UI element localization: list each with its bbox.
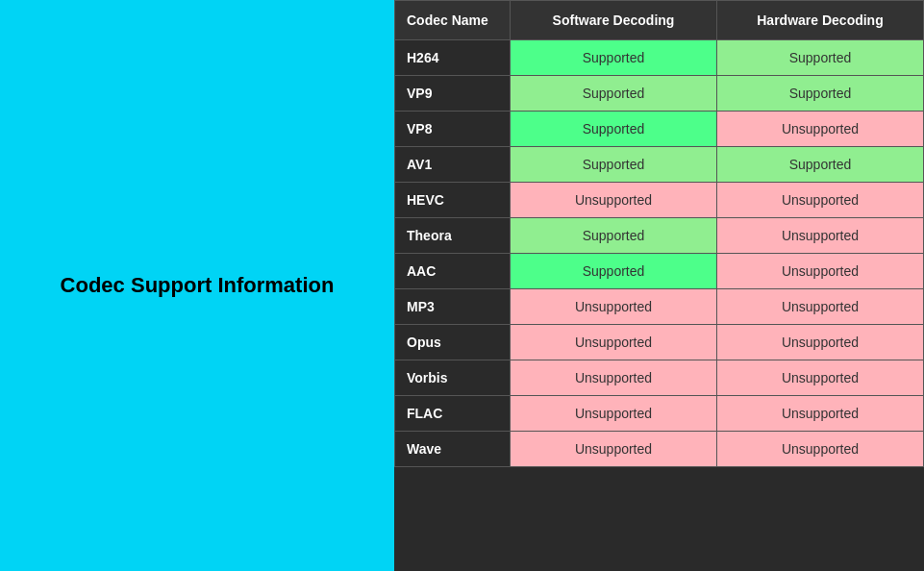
hardware-decoding-cell: Unsupported — [717, 325, 924, 360]
codec-name-cell: FLAC — [395, 396, 511, 432]
codec-info-title: Codec Support Information — [61, 273, 335, 298]
table-row: WaveUnsupportedUnsupported — [395, 432, 924, 467]
header-hardware-decoding: Hardware Decoding — [717, 1, 924, 40]
hardware-decoding-cell: Supported — [717, 147, 924, 183]
hardware-decoding-cell: Unsupported — [717, 112, 924, 147]
software-decoding-cell: Unsupported — [511, 360, 717, 396]
hardware-decoding-cell: Unsupported — [717, 432, 924, 467]
table-row: OpusUnsupportedUnsupported — [395, 325, 924, 360]
software-decoding-cell: Unsupported — [511, 396, 717, 432]
software-decoding-cell: Supported — [511, 40, 717, 76]
table-row: AV1SupportedSupported — [395, 147, 924, 183]
hardware-decoding-cell: Unsupported — [717, 396, 924, 432]
header-software-decoding: Software Decoding — [511, 1, 717, 40]
hardware-decoding-cell: Unsupported — [717, 254, 924, 289]
left-panel: Codec Support Information — [0, 0, 394, 571]
codec-name-cell: AV1 — [395, 147, 511, 183]
codec-name-cell: VP8 — [395, 112, 511, 147]
codec-name-cell: H264 — [395, 40, 511, 76]
table-row: VorbisUnsupportedUnsupported — [395, 360, 924, 396]
software-decoding-cell: Unsupported — [511, 432, 717, 467]
header-codec-name: Codec Name — [395, 1, 511, 40]
table-row: VP9SupportedSupported — [395, 76, 924, 112]
codec-table: Codec Name Software Decoding Hardware De… — [394, 0, 924, 467]
codec-name-cell: Theora — [395, 218, 511, 254]
right-panel: Codec Name Software Decoding Hardware De… — [394, 0, 924, 571]
codec-name-cell: HEVC — [395, 183, 511, 218]
codec-name-cell: AAC — [395, 254, 511, 289]
table-row: HEVCUnsupportedUnsupported — [395, 183, 924, 218]
hardware-decoding-cell: Unsupported — [717, 183, 924, 218]
table-row: TheoraSupportedUnsupported — [395, 218, 924, 254]
software-decoding-cell: Unsupported — [511, 325, 717, 360]
software-decoding-cell: Supported — [511, 76, 717, 112]
table-row: MP3UnsupportedUnsupported — [395, 289, 924, 325]
codec-name-cell: VP9 — [395, 76, 511, 112]
codec-name-cell: Vorbis — [395, 360, 511, 396]
hardware-decoding-cell: Supported — [717, 40, 924, 76]
software-decoding-cell: Supported — [511, 147, 717, 183]
table-row: H264SupportedSupported — [395, 40, 924, 76]
software-decoding-cell: Supported — [511, 254, 717, 289]
codec-name-cell: Wave — [395, 432, 511, 467]
software-decoding-cell: Unsupported — [511, 183, 717, 218]
software-decoding-cell: Supported — [511, 218, 717, 254]
table-header-row: Codec Name Software Decoding Hardware De… — [395, 1, 924, 40]
hardware-decoding-cell: Unsupported — [717, 218, 924, 254]
hardware-decoding-cell: Unsupported — [717, 289, 924, 325]
table-row: VP8SupportedUnsupported — [395, 112, 924, 147]
table-row: AACSupportedUnsupported — [395, 254, 924, 289]
codec-name-cell: MP3 — [395, 289, 511, 325]
software-decoding-cell: Supported — [511, 112, 717, 147]
hardware-decoding-cell: Unsupported — [717, 360, 924, 396]
codec-name-cell: Opus — [395, 325, 511, 360]
software-decoding-cell: Unsupported — [511, 289, 717, 325]
hardware-decoding-cell: Supported — [717, 76, 924, 112]
table-row: FLACUnsupportedUnsupported — [395, 396, 924, 432]
